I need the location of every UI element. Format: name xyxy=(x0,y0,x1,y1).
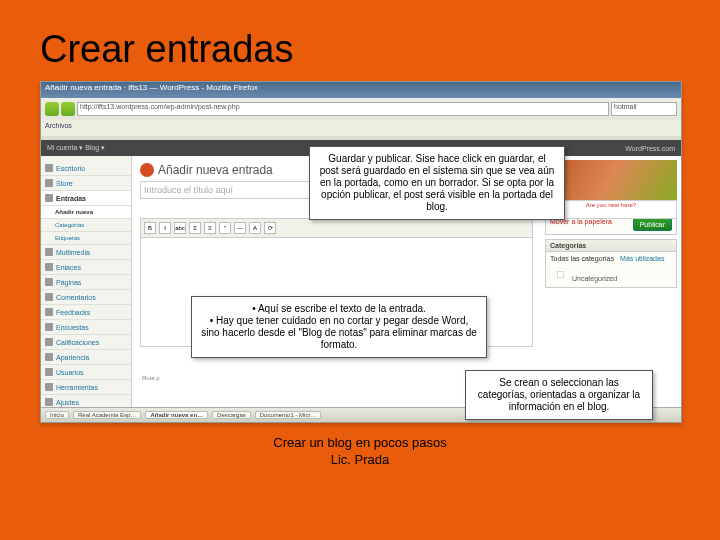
menu-icon xyxy=(45,248,53,256)
window-title: Añadir nueva entrada · ifts13 — WordPres… xyxy=(41,82,681,98)
forward-button[interactable] xyxy=(61,102,75,116)
menu-icon xyxy=(45,323,53,331)
sidebar-item-feedbacks[interactable]: Feedbacks xyxy=(41,305,131,320)
footer-line1: Crear un blog en pocos pasos xyxy=(40,435,680,452)
wp-sidebar: EscritorioStoreEntradasAñadir nuevaCateg… xyxy=(41,141,132,411)
address-bar[interactable]: http://ifts13.wordpress.com/wp-admin/pos… xyxy=(77,102,609,116)
toolbar-btn[interactable]: — xyxy=(234,222,246,234)
taskbar-item[interactable]: Real Academia Esp… xyxy=(73,411,141,419)
sidebar-item-herramientas[interactable]: Herramientas xyxy=(41,380,131,395)
sidebar-item-categorías[interactable]: Categorías xyxy=(41,219,131,232)
page-heading: Añadir nueva entrada xyxy=(158,163,273,177)
menu-icon xyxy=(45,338,53,346)
footer-line2: Lic. Prada xyxy=(40,452,680,469)
search-box[interactable]: hotmail xyxy=(611,102,677,116)
callout-editor-line1: • Aquí se escribe el texto de la entrada… xyxy=(200,303,478,315)
back-button[interactable] xyxy=(45,102,59,116)
toolbar-btn[interactable]: B xyxy=(144,222,156,234)
slide-title: Crear entradas xyxy=(40,28,680,71)
browser-chrome: Añadir nueva entrada · ifts13 — WordPres… xyxy=(41,82,681,141)
menu-icon xyxy=(45,293,53,301)
menu-icon xyxy=(45,383,53,391)
sidebar-item-apariencia[interactable]: Apariencia xyxy=(41,350,131,365)
admin-bar-right[interactable]: WordPress.com xyxy=(625,145,675,152)
menu-icon xyxy=(45,278,53,286)
cat-tab-all[interactable]: Todas las categorías xyxy=(550,255,614,262)
screenshot: Añadir nueva entrada · ifts13 — WordPres… xyxy=(40,81,682,423)
sidebar-item-etiquetas[interactable]: Etiquetas xyxy=(41,232,131,245)
slide-footer: Crear un blog en pocos pasos Lic. Prada xyxy=(40,435,680,469)
cat-item: Uncategorized xyxy=(572,275,617,282)
sidebar-item-encuestas[interactable]: Encuestas xyxy=(41,320,131,335)
taskbar-item[interactable]: Inicio xyxy=(45,411,69,419)
callout-editor-line2: • Hay que tener cuidado en no cortar y p… xyxy=(200,315,478,351)
taskbar-item[interactable]: Documento1 - Micr… xyxy=(255,411,322,419)
menu-icon xyxy=(45,179,53,187)
menu-icon xyxy=(45,194,53,202)
toolbar-btn[interactable]: A xyxy=(249,222,261,234)
menu-icon xyxy=(45,308,53,316)
toolbar-btn[interactable]: ≡ xyxy=(204,222,216,234)
toolbar-btn[interactable]: ≡ xyxy=(189,222,201,234)
sidebar-item-enlaces[interactable]: Enlaces xyxy=(41,260,131,275)
categories-widget-title: Categorías xyxy=(546,240,676,252)
sidebar-item-store[interactable]: Store xyxy=(41,176,131,191)
editor-path: Ruta p xyxy=(142,375,160,381)
toolbar-btn[interactable]: abc xyxy=(174,222,186,234)
cat-checkbox[interactable] xyxy=(557,271,565,279)
sidebar-item-comentarios[interactable]: Comentarios xyxy=(41,290,131,305)
toolbar-btn[interactable]: I xyxy=(159,222,171,234)
taskbar-item[interactable]: Añadir nueva en… xyxy=(145,411,208,419)
bookmarks-bar: Archivos xyxy=(41,120,681,136)
sidebar-item-entradas[interactable]: Entradas xyxy=(41,191,131,206)
cat-tab-used[interactable]: Más utilizadas xyxy=(620,255,664,262)
sidebar-item-añadir-nueva[interactable]: Añadir nueva xyxy=(41,206,131,219)
sidebar-item-usuarios[interactable]: Usuarios xyxy=(41,365,131,380)
editor-toolbar[interactable]: BIabc≡≡"—A⟳ xyxy=(140,218,533,238)
callout-categories: Se crean o seleccionan las categorías, o… xyxy=(465,370,653,420)
bookmark-item[interactable]: Archivos xyxy=(45,122,72,134)
callout-publish: Guardar y publicar. Sise hace click en g… xyxy=(309,146,565,220)
sidebar-item-escritorio[interactable]: Escritorio xyxy=(41,161,131,176)
sidebar-item-calificaciones[interactable]: Calificaciones xyxy=(41,335,131,350)
callout-editor: • Aquí se escribe el texto de la entrada… xyxy=(191,296,487,358)
menu-icon xyxy=(45,368,53,376)
taskbar-item[interactable]: Descargas xyxy=(212,411,251,419)
pin-icon xyxy=(140,163,154,177)
menu-icon xyxy=(45,398,53,406)
publish-button[interactable]: Publicar xyxy=(633,218,672,231)
menu-icon xyxy=(45,164,53,172)
menu-icon xyxy=(45,353,53,361)
admin-bar-left[interactable]: Mi cuenta ▾ Blog ▾ xyxy=(47,144,105,152)
sidebar-item-páginas[interactable]: Páginas xyxy=(41,275,131,290)
menu-icon xyxy=(45,263,53,271)
categories-widget: Categorías Todas las categorías Más util… xyxy=(545,239,677,288)
sidebar-item-multimedia[interactable]: Multimedia xyxy=(41,245,131,260)
toolbar-btn[interactable]: ⟳ xyxy=(264,222,276,234)
toolbar-btn[interactable]: " xyxy=(219,222,231,234)
